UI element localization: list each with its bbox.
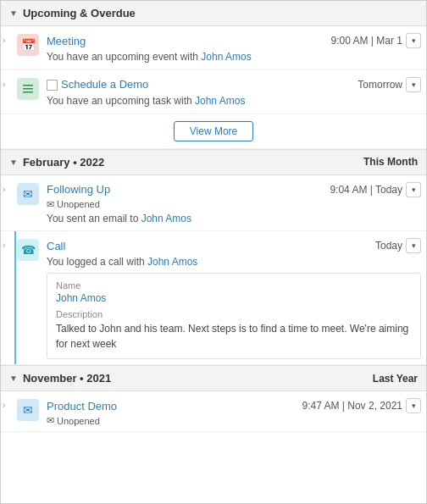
activity-desc: You sent an email to John Amos <box>47 212 421 226</box>
title-line: Following Up 9:04 AM | Today ▾ <box>47 182 421 197</box>
meta-right: 9:04 AM | Today ▾ <box>330 182 421 197</box>
contact-link[interactable]: John Amos <box>147 256 197 268</box>
status-text: Unopened <box>57 416 100 426</box>
calendar-icon: 📅 <box>17 34 39 56</box>
contact-link[interactable]: John Amos <box>201 51 251 63</box>
meta-right: Today ▾ <box>375 238 421 253</box>
section-header-left: ▼ Upcoming & Overdue <box>9 7 136 19</box>
desc-value: Talked to John and his team. Next steps … <box>56 321 412 352</box>
activity-title[interactable]: Meeting <box>47 35 86 47</box>
expand-arrow[interactable]: › <box>3 238 14 250</box>
name-value[interactable]: John Amos <box>56 292 412 304</box>
activity-meta: 9:04 AM | Today <box>330 184 402 196</box>
left-accent-bar <box>14 231 16 364</box>
task-checkbox[interactable] <box>47 80 58 91</box>
svg-rect-2 <box>23 91 33 93</box>
meta-right: Tomorrow ▾ <box>358 77 421 92</box>
status-icon: ✉ <box>47 415 54 426</box>
title-left: Call <box>47 240 65 252</box>
activity-meta: 9:00 AM | Mar 1 <box>331 35 403 47</box>
chevron-down-icon: ▼ <box>9 8 18 18</box>
section-header-left: ▼ February • 2022 <box>9 156 104 169</box>
meta-right: 9:00 AM | Mar 1 ▾ <box>331 33 422 48</box>
activity-desc: You logged a call with John Amos <box>47 255 421 269</box>
title-line: Meeting 9:00 AM | Mar 1 ▾ <box>47 33 421 48</box>
activity-meta: 9:47 AM | Nov 2, 2021 <box>302 400 402 412</box>
activity-row-product-demo: ›✉Product Demo 9:47 AM | Nov 2, 2021 ▾ ✉… <box>1 391 426 432</box>
status-text: Unopened <box>57 199 100 209</box>
icon-col: ✉ <box>14 398 42 421</box>
dropdown-button[interactable]: ▾ <box>406 238 421 253</box>
title-left: Following Up <box>47 183 110 196</box>
name-label: Name <box>56 280 412 291</box>
view-more-row: View More <box>1 114 426 149</box>
icon-col: 📅 <box>14 33 42 56</box>
section-badge: This Month <box>363 156 418 168</box>
status-badge: ✉Unopened <box>47 415 421 426</box>
expand-arrow[interactable]: › <box>3 77 14 89</box>
section-header-left: ▼ November • 2021 <box>9 372 111 385</box>
icon-col <box>14 77 42 100</box>
icon-col: ☎ <box>14 238 42 261</box>
meta-right: 9:47 AM | Nov 2, 2021 ▾ <box>302 398 421 413</box>
title-left: Meeting <box>47 35 86 47</box>
content-col-call: Call Today ▾ You logged a call with John… <box>42 238 421 364</box>
activity-row-following-up: ›✉Following Up 9:04 AM | Today ▾ ✉Unopen… <box>1 175 426 232</box>
task-icon <box>17 78 39 100</box>
email-icon: ✉ <box>17 399 39 421</box>
section-title: February • 2022 <box>23 156 104 169</box>
section-header-february-2022[interactable]: ▼ February • 2022 This Month <box>1 149 426 175</box>
activity-meta: Today <box>375 240 402 252</box>
title-left: Product Demo <box>47 400 117 413</box>
desc-label: Description <box>56 309 412 319</box>
section-title: Upcoming & Overdue <box>23 7 136 19</box>
contact-link[interactable]: John Amos <box>141 213 191 224</box>
activity-row-call: ›☎Call Today ▾ You logged a call with Jo… <box>1 231 426 365</box>
title-line: Call Today ▾ <box>47 238 421 253</box>
activity-row-schedule-demo: ›Schedule a Demo Tomorrow ▾ You have an … <box>1 70 426 114</box>
call-icon: ☎ <box>17 239 39 261</box>
title-line: Schedule a Demo Tomorrow ▾ <box>47 77 421 92</box>
contact-link[interactable]: John Amos <box>195 95 245 107</box>
chevron-down-icon: ▼ <box>9 374 18 383</box>
section-badge: Last Year <box>373 373 418 385</box>
status-icon: ✉ <box>47 199 54 210</box>
activity-title[interactable]: Schedule a Demo <box>61 78 148 91</box>
icon-col: ✉ <box>14 182 42 205</box>
title-line: Product Demo 9:47 AM | Nov 2, 2021 ▾ <box>47 398 421 413</box>
section-header-november-2021[interactable]: ▼ November • 2021 Last Year <box>1 365 426 391</box>
content-col-following-up: Following Up 9:04 AM | Today ▾ ✉Unopened… <box>42 182 421 228</box>
dropdown-button[interactable]: ▾ <box>406 398 421 413</box>
dropdown-button[interactable]: ▾ <box>406 33 421 48</box>
dropdown-button[interactable]: ▾ <box>406 77 421 92</box>
expand-arrow[interactable]: › <box>3 182 14 194</box>
content-col-product-demo: Product Demo 9:47 AM | Nov 2, 2021 ▾ ✉Un… <box>42 398 421 428</box>
view-more-button[interactable]: View More <box>174 121 253 141</box>
activity-title[interactable]: Following Up <box>47 183 110 196</box>
svg-rect-0 <box>23 85 33 86</box>
email-icon: ✉ <box>17 183 39 205</box>
activity-row-meeting: ›📅Meeting 9:00 AM | Mar 1 ▾ You have an … <box>1 26 426 70</box>
content-col-schedule-demo: Schedule a Demo Tomorrow ▾ You have an u… <box>42 77 421 110</box>
activity-desc: You have an upcoming task with John Amos <box>47 94 421 108</box>
svg-rect-1 <box>23 88 33 90</box>
detail-card: Name John Amos Description Talked to Joh… <box>47 273 421 359</box>
activity-meta: Tomorrow <box>358 79 402 91</box>
dropdown-button[interactable]: ▾ <box>406 182 421 197</box>
section-header-upcoming-overdue[interactable]: ▼ Upcoming & Overdue <box>1 1 426 26</box>
expand-arrow[interactable]: › <box>3 398 14 410</box>
activity-desc: You have an upcoming event with John Amo… <box>47 50 421 64</box>
activity-title[interactable]: Product Demo <box>47 400 117 413</box>
title-left: Schedule a Demo <box>47 78 148 91</box>
content-col-meeting: Meeting 9:00 AM | Mar 1 ▾ You have an up… <box>42 33 421 66</box>
status-badge: ✉Unopened <box>47 199 421 210</box>
expand-arrow[interactable]: › <box>3 33 14 45</box>
chevron-down-icon: ▼ <box>9 158 18 167</box>
activity-title[interactable]: Call <box>47 240 65 252</box>
section-title: November • 2021 <box>23 372 111 385</box>
